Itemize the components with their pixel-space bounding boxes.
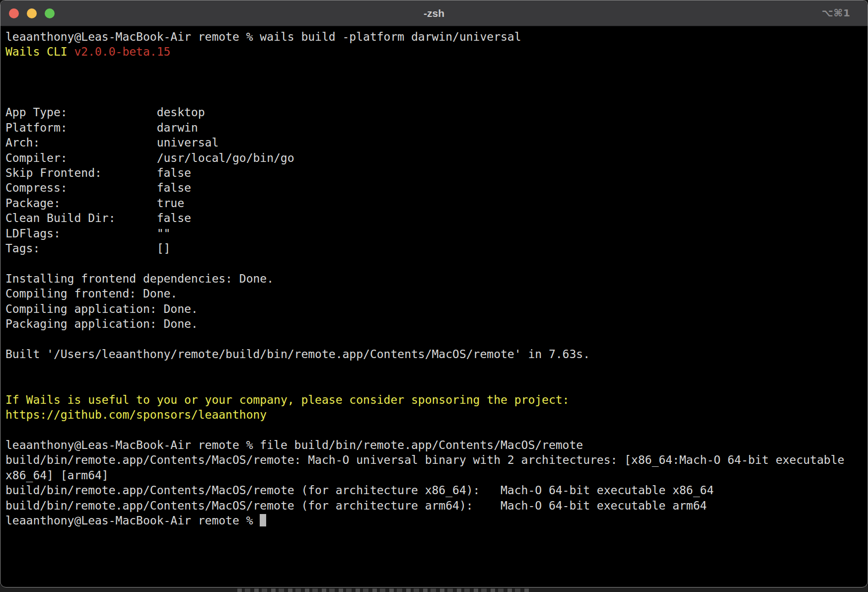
config-label: Clean Build Dir: (5, 211, 157, 225)
terminal-window: -zsh ⌥⌘1 leaanthony@Leas-MacBook-Air rem… (0, 0, 868, 588)
config-value: desktop (157, 106, 205, 119)
config-row: Platform:darwin (5, 120, 868, 135)
status-text: Compiling application: Done. (5, 302, 198, 315)
config-row: App Type:desktop (5, 105, 868, 120)
prompt-text: leaanthony@Leas-MacBook-Air remote % (5, 514, 260, 527)
window-shortcut-badge: ⌥⌘1 (821, 7, 851, 19)
config-row: Compress:false (5, 180, 868, 195)
blank-line (5, 256, 868, 271)
status-line: Compiling application: Done. (5, 301, 868, 316)
config-value: false (157, 166, 191, 179)
file-output-line: x86_64] [arm64] (5, 468, 868, 483)
titlebar[interactable]: -zsh ⌥⌘1 (0, 0, 868, 26)
status-line: Compiling frontend: Done. (5, 286, 868, 301)
sponsor-url: https://github.com/sponsors/leaanthony (5, 408, 267, 421)
config-value: universal (157, 136, 219, 149)
blank-line (5, 422, 868, 437)
file-output-line: build/bin/remote.app/Contents/MacOS/remo… (5, 498, 868, 513)
config-label: App Type: (5, 105, 157, 120)
status-text: Installing frontend dependencies: Done. (5, 272, 274, 285)
blank-line (5, 362, 868, 377)
command-text: leaanthony@Leas-MacBook-Air remote % wai… (5, 30, 521, 43)
background-window-text-fragments (237, 589, 531, 592)
config-row: Tags:[] (5, 241, 868, 256)
config-row: Package:true (5, 196, 868, 211)
sponsor-link: https://github.com/sponsors/leaanthony (5, 407, 868, 422)
terminal-cursor (260, 514, 266, 526)
config-value: [] (157, 242, 171, 255)
minimize-button[interactable] (27, 8, 37, 18)
file-output-text: build/bin/remote.app/Contents/MacOS/remo… (5, 484, 714, 497)
blank-line (5, 74, 868, 89)
status-text: Compiling frontend: Done. (5, 287, 177, 300)
wails-cli-label: Wails CLI (5, 45, 74, 58)
config-value: "" (157, 227, 171, 240)
config-row: Skip Frontend:false (5, 165, 868, 180)
command-line: leaanthony@Leas-MacBook-Air remote % wai… (5, 29, 868, 44)
window-title: -zsh (424, 7, 444, 19)
config-row: LDFlags:"" (5, 226, 868, 241)
traffic-lights (9, 8, 55, 18)
blank-line (5, 90, 868, 105)
file-output-line: build/bin/remote.app/Contents/MacOS/remo… (5, 483, 868, 498)
command-text: leaanthony@Leas-MacBook-Air remote % fil… (5, 439, 583, 451)
config-row: Compiler:/usr/local/go/bin/go (5, 150, 868, 165)
config-label: LDFlags: (5, 226, 157, 241)
config-row: Arch:universal (5, 135, 868, 150)
config-label: Compress: (5, 180, 157, 195)
config-row: Clean Build Dir:false (5, 211, 868, 225)
config-value: false (157, 181, 191, 194)
sponsor-message: If Wails is useful to you or your compan… (5, 392, 868, 407)
terminal-content[interactable]: leaanthony@Leas-MacBook-Air remote % wai… (0, 26, 868, 528)
status-text: Packaging application: Done. (5, 317, 198, 330)
wails-banner: Wails CLI v2.0.0-beta.15 (5, 44, 868, 59)
blank-line (5, 60, 868, 74)
status-line: Packaging application: Done. (5, 316, 868, 331)
config-label: Platform: (5, 120, 157, 135)
status-line: Installing frontend dependencies: Done. (5, 271, 868, 286)
config-label: Arch: (5, 135, 157, 150)
zoom-button[interactable] (45, 8, 55, 18)
config-value: true (157, 197, 184, 210)
built-text: Built '/Users/leaanthony/remote/build/bi… (5, 348, 590, 361)
close-button[interactable] (9, 8, 19, 18)
file-output-text: build/bin/remote.app/Contents/MacOS/remo… (5, 499, 707, 512)
wails-version: v2.0.0-beta.15 (74, 45, 170, 58)
config-label: Tags: (5, 241, 157, 256)
blank-line (5, 377, 868, 392)
sponsor-text: If Wails is useful to you or your compan… (5, 393, 569, 406)
config-value: /usr/local/go/bin/go (157, 151, 294, 164)
file-output-text: build/bin/remote.app/Contents/MacOS/remo… (5, 453, 844, 466)
config-label: Compiler: (5, 150, 157, 165)
built-line: Built '/Users/leaanthony/remote/build/bi… (5, 347, 868, 362)
file-output-line: build/bin/remote.app/Contents/MacOS/remo… (5, 452, 868, 467)
config-value: false (157, 212, 191, 224)
command-line: leaanthony@Leas-MacBook-Air remote % fil… (5, 438, 868, 452)
config-label: Package: (5, 196, 157, 211)
file-output-text: x86_64] [arm64] (5, 469, 109, 482)
config-label: Skip Frontend: (5, 165, 157, 180)
prompt-line: leaanthony@Leas-MacBook-Air remote % (5, 513, 868, 528)
config-value: darwin (157, 121, 198, 134)
blank-line (5, 332, 868, 347)
